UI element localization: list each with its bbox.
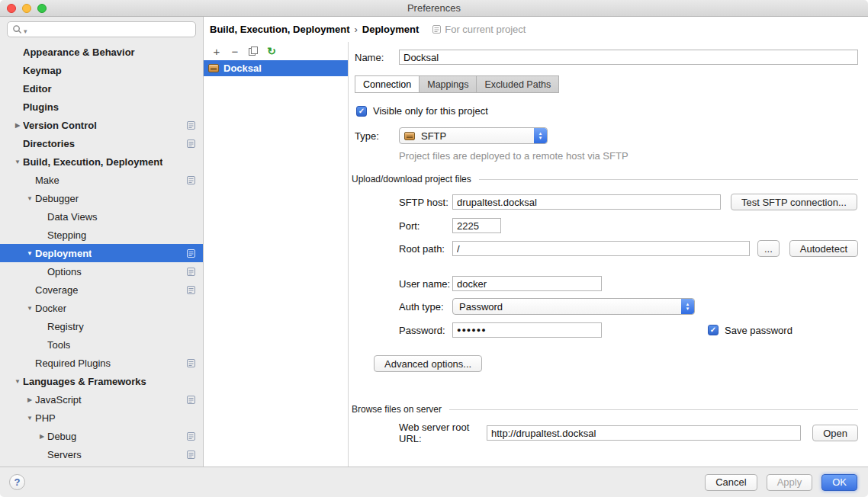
project-settings-icon [187,139,195,148]
sftp-server-icon [208,64,219,72]
chevron-down-icon[interactable] [24,195,35,202]
scope-indicator: For current project [432,24,526,35]
test-connection-button[interactable]: Test SFTP connection... [731,194,857,210]
zoom-window-button[interactable] [37,4,47,13]
dialog-footer: ? Cancel Apply OK [0,467,868,497]
copy-icon [248,46,259,56]
sidebar-item-javascript[interactable]: JavaScript [0,390,203,409]
visible-only-label: Visible only for this project [373,105,488,117]
sidebar-item-options[interactable]: Options [0,262,203,281]
web-root-label: Web server root URL: [399,422,487,444]
sidebar-item-appearance-behavior[interactable]: Appearance & Behavior [0,43,203,61]
sidebar-item-stepping[interactable]: Stepping [0,226,203,244]
auth-type-value: Password [453,301,681,313]
section-divider [449,409,858,410]
copy-server-button[interactable] [246,44,260,58]
breadcrumb-separator-icon: › [354,24,357,35]
type-dropdown[interactable]: SFTP [399,127,548,144]
password-input[interactable] [452,322,602,338]
root-path-label: Root path: [399,243,452,255]
sidebar-item-editor[interactable]: Editor [0,79,203,98]
remove-server-button[interactable] [228,44,242,58]
browse-section-title: Browse files on server [352,404,442,415]
deployment-tabs: Connection Mappings Excluded Paths [355,75,868,93]
cancel-button[interactable]: Cancel [705,474,757,491]
search-input[interactable] [29,22,192,37]
dropdown-stepper-icon [534,128,547,143]
chevron-right-icon[interactable] [37,433,47,440]
user-name-input[interactable] [452,276,602,291]
server-name: Docksal [223,63,262,74]
deployment-detail-pane: Name: Connection Mappings Excluded Paths… [349,42,868,467]
sidebar-item-languages-frameworks[interactable]: Languages & Frameworks [0,372,203,390]
scope-label: For current project [445,24,526,35]
chevron-down-icon[interactable] [24,415,35,422]
preferences-window: Preferences Appearance & Behavior Keymap… [0,0,868,497]
sidebar-item-build-execution-deployment[interactable]: Build, Execution, Deployment [0,152,203,171]
upload-section-title: Upload/download project files [352,174,471,184]
project-settings-icon [187,451,195,459]
servers-pane: Docksal [204,42,349,467]
minimize-window-button[interactable] [22,4,31,13]
search-options-icon[interactable] [24,23,27,37]
server-list-item[interactable]: Docksal [204,60,348,76]
settings-sidebar: Appearance & Behavior Keymap Editor Plug… [0,17,204,467]
sidebar-item-make[interactable]: Make [0,171,203,189]
sidebar-item-plugins[interactable]: Plugins [0,98,203,116]
search-icon [12,24,22,34]
root-path-input[interactable] [452,241,750,256]
chevron-down-icon[interactable] [24,250,35,257]
project-settings-icon [432,25,441,34]
apply-button[interactable]: Apply [767,474,813,491]
type-value: SFTP [415,130,534,142]
ok-button[interactable]: OK [821,474,857,491]
sidebar-item-servers[interactable]: Servers [0,445,203,463]
project-settings-icon [187,176,195,184]
servers-toolbar [204,42,348,60]
server-list: Docksal [204,60,348,76]
sidebar-item-directories[interactable]: Directories [0,134,203,152]
sidebar-item-registry[interactable]: Registry [0,317,203,335]
tab-mappings[interactable]: Mappings [419,75,477,93]
section-divider [479,179,858,180]
name-input[interactable] [399,50,858,65]
sftp-host-input[interactable] [452,194,721,210]
add-server-button[interactable] [210,44,223,58]
sidebar-item-debugger[interactable]: Debugger [0,189,203,207]
close-window-button[interactable] [7,4,16,13]
advanced-options-button[interactable]: Advanced options... [374,355,482,372]
sidebar-item-deployment[interactable]: Deployment [0,244,203,262]
settings-search-box[interactable] [7,21,196,37]
help-button[interactable]: ? [9,474,25,490]
sidebar-item-keymap[interactable]: Keymap [0,61,203,79]
sidebar-item-tools[interactable]: Tools [0,335,203,354]
sidebar-item-version-control[interactable]: Version Control [0,116,203,134]
sidebar-item-coverage[interactable]: Coverage [0,281,203,299]
settings-tree: Appearance & Behavior Keymap Editor Plug… [0,43,203,467]
open-url-button[interactable]: Open [812,425,858,441]
sidebar-item-data-views[interactable]: Data Views [0,207,203,226]
project-settings-icon [187,121,195,130]
browse-section-header: Browse files on server [352,404,858,415]
visible-only-checkbox[interactable] [356,106,367,117]
sidebar-item-debug[interactable]: Debug [0,427,203,445]
sidebar-item-required-plugins[interactable]: Required Plugins [0,354,203,372]
tab-connection[interactable]: Connection [355,75,420,93]
port-input[interactable] [452,218,501,233]
chevron-right-icon[interactable] [24,396,35,403]
auth-type-dropdown[interactable]: Password [452,298,695,315]
chevron-down-icon[interactable] [24,305,35,312]
port-label: Port: [399,220,452,232]
chevron-down-icon[interactable] [12,159,23,165]
web-root-input[interactable] [487,425,801,441]
tab-excluded-paths[interactable]: Excluded Paths [476,75,559,93]
chevron-right-icon[interactable] [12,122,23,129]
browse-root-path-button[interactable]: ... [757,240,780,257]
sidebar-item-docker[interactable]: Docker [0,299,203,317]
sync-server-button[interactable] [265,44,278,58]
save-password-checkbox[interactable] [708,325,719,335]
breadcrumb-parent[interactable]: Build, Execution, Deployment [210,24,349,35]
sidebar-item-php[interactable]: PHP [0,409,203,427]
chevron-down-icon[interactable] [12,378,23,385]
autodetect-button[interactable]: Autodetect [789,240,858,257]
